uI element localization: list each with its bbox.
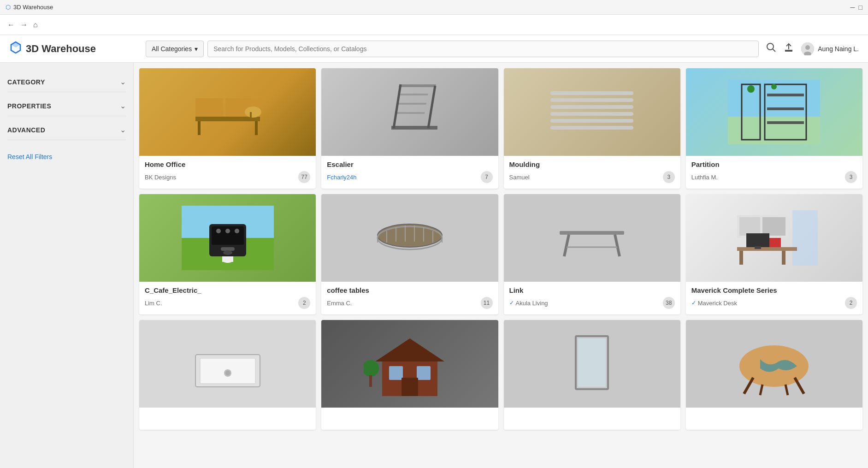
card-coffee-tables[interactable]: coffee tables Emma C. 11 <box>321 194 498 314</box>
back-button[interactable]: ← <box>7 21 15 29</box>
forward-button[interactable]: → <box>20 21 28 29</box>
verified-icon-maverick: ✓ <box>691 300 696 306</box>
svg-point-44 <box>223 250 232 255</box>
card-footer-coffee: Emma C. 11 <box>327 297 492 309</box>
svg-rect-22 <box>550 98 633 102</box>
app-title: 3D Warehouse <box>13 4 53 11</box>
card-title-house <box>327 412 492 421</box>
sidebar: CATEGORY ⌄ PROPERTIES ⌄ ADVANCED ⌄ Reset… <box>0 63 134 468</box>
svg-point-41 <box>225 229 230 233</box>
svg-marker-1 <box>11 42 20 47</box>
card-house[interactable] <box>321 320 498 430</box>
svg-point-2 <box>767 43 774 50</box>
svg-rect-77 <box>389 366 403 380</box>
card-author-cafe: Lim C. <box>145 300 162 307</box>
category-dropdown[interactable]: All Categories ▾ <box>146 41 204 57</box>
user-avatar <box>801 42 814 55</box>
card-body-partition: Partition Luthfia M. 3 <box>686 156 862 189</box>
svg-point-35 <box>771 84 777 89</box>
card-body-mirror <box>504 408 680 430</box>
card-title-maverick: Maverick Complete Series <box>691 286 857 294</box>
svg-rect-83 <box>578 338 606 387</box>
title-bar: ⬡ 3D Warehouse ─ □ <box>0 0 868 15</box>
svg-line-88 <box>785 385 788 395</box>
svg-point-80 <box>364 360 379 377</box>
svg-rect-8 <box>198 121 201 135</box>
svg-marker-76 <box>375 338 444 361</box>
card-title-mirror <box>509 412 675 421</box>
card-mirror[interactable] <box>504 320 680 430</box>
card-shower[interactable] <box>139 320 316 430</box>
advanced-filter: ADVANCED ⌄ <box>7 120 126 140</box>
svg-point-47 <box>378 224 442 247</box>
card-image-link <box>504 194 680 282</box>
home-button[interactable]: ⌂ <box>33 21 38 29</box>
properties-chevron-icon: ⌄ <box>120 101 126 110</box>
minimize-icon[interactable]: ─ <box>850 4 855 11</box>
card-body-shower <box>139 408 316 430</box>
reset-filters-link[interactable]: Reset All Filters <box>7 153 52 160</box>
card-count-home-office: 77 <box>298 171 310 183</box>
card-body-link: Link ✓ Akula Living 38 <box>504 282 680 314</box>
card-body-maverick: Maverick Complete Series ✓ Maverick Desk… <box>686 282 862 314</box>
card-image-maverick <box>686 194 862 282</box>
card-footer-escalier: Fcharly24h 7 <box>327 171 492 183</box>
svg-line-58 <box>564 235 569 256</box>
chevron-down-icon: ▾ <box>195 45 198 53</box>
card-image-mirror <box>504 320 680 408</box>
card-title-cafe: C_Cafe_Electric_ <box>145 286 310 294</box>
nav-bar: ← → ⌂ <box>0 15 868 35</box>
card-home-office[interactable]: Home Office BK Designs 77 <box>139 68 316 189</box>
upload-icon[interactable] <box>784 42 794 55</box>
user-info[interactable]: Aung Naing L. <box>801 42 859 55</box>
card-body-cafe: C_Cafe_Electric_ Lim C. 2 <box>139 282 316 314</box>
card-count-coffee: 11 <box>481 297 493 309</box>
card-moulding[interactable]: Moulding Samuel 3 <box>504 68 680 189</box>
card-image-house <box>321 320 498 408</box>
card-wood-table[interactable] <box>686 320 862 430</box>
card-body-escalier: Escalier Fcharly24h 7 <box>321 156 498 189</box>
card-title-escalier: Escalier <box>327 160 492 168</box>
advanced-filter-label: ADVANCED <box>7 126 45 134</box>
header: 3D Warehouse All Categories ▾ <box>0 35 868 63</box>
card-body-coffee: coffee tables Emma C. 11 <box>321 282 498 314</box>
card-body-wood-table <box>686 408 862 430</box>
card-footer-home-office: BK Designs 77 <box>145 171 310 183</box>
user-name: Aung Naing L. <box>818 45 859 53</box>
card-image-partition <box>686 68 862 156</box>
card-link[interactable]: Link ✓ Akula Living 38 <box>504 194 680 314</box>
card-cafe-electric[interactable]: C_Cafe_Electric_ Lim C. 2 <box>139 194 316 314</box>
svg-rect-46 <box>222 256 233 262</box>
product-grid: Home Office BK Designs 77 <box>139 68 862 430</box>
search-icon[interactable] <box>766 42 776 55</box>
svg-point-42 <box>235 229 239 233</box>
svg-rect-66 <box>739 217 760 236</box>
card-maverick[interactable]: Maverick Complete Series ✓ Maverick Desk… <box>686 194 862 314</box>
card-body-house <box>321 408 498 430</box>
svg-rect-69 <box>746 233 769 247</box>
maximize-icon[interactable]: □ <box>859 4 862 11</box>
advanced-filter-header[interactable]: ADVANCED ⌄ <box>7 120 126 140</box>
properties-filter-header[interactable]: PROPERTIES ⌄ <box>7 96 126 116</box>
search-input[interactable] <box>207 41 759 57</box>
svg-rect-61 <box>792 210 818 266</box>
main-content: Home Office BK Designs 77 <box>134 63 868 468</box>
svg-rect-78 <box>417 366 431 380</box>
card-author-home-office: BK Designs <box>145 174 176 181</box>
card-image-moulding <box>504 68 680 156</box>
svg-rect-15 <box>391 126 437 130</box>
svg-rect-64 <box>782 251 785 265</box>
logo-icon <box>9 41 22 57</box>
header-right: Aung Naing L. <box>766 42 859 55</box>
card-image-escalier <box>321 68 498 156</box>
card-partition[interactable]: Partition Luthfia M. 3 <box>686 68 862 189</box>
card-escalier[interactable]: Escalier Fcharly24h 7 <box>321 68 498 189</box>
card-image-wood-table <box>686 320 862 408</box>
card-image-cafe <box>139 194 316 282</box>
category-filter-header[interactable]: CATEGORY ⌄ <box>7 72 126 92</box>
category-label: All Categories <box>152 45 192 53</box>
card-title-home-office: Home Office <box>145 160 310 168</box>
card-author-link: ✓ Akula Living <box>509 300 548 307</box>
card-footer-maverick: ✓ Maverick Desk 2 <box>691 297 857 309</box>
svg-rect-81 <box>369 375 372 387</box>
